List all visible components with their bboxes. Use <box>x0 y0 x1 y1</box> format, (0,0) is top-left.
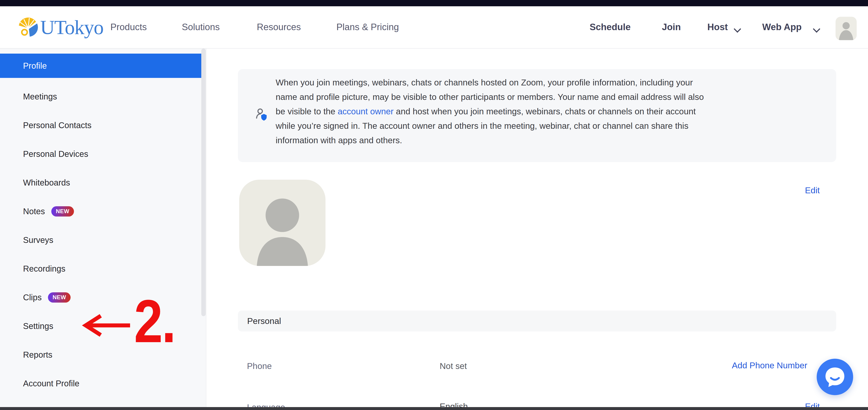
annotation-arrow-icon <box>80 313 130 338</box>
sidebar-item-recordings[interactable]: Recordings <box>0 254 202 283</box>
utokyo-logo[interactable]: UTokyo <box>18 15 103 40</box>
zoom-web-portal-profile-page: UTokyo Products Solutions Resources Plan… <box>0 0 868 410</box>
sidebar-item-label: Personal Devices <box>23 149 88 159</box>
notice-line-segment: be visible to the <box>276 106 338 116</box>
sidebar-scrollbar[interactable] <box>201 49 206 316</box>
chat-bubble-icon <box>817 359 853 395</box>
sidebar-item-personal-contacts[interactable]: Personal Contacts <box>0 111 202 140</box>
new-badge: NEW <box>51 206 74 217</box>
person-silhouette-icon <box>239 180 326 266</box>
sidebar-item-account-profile[interactable]: Account Profile <box>0 369 202 398</box>
notice-line: be visible to the account owner and host… <box>276 104 704 119</box>
sidebar-item-label: Personal Contacts <box>23 121 92 130</box>
profile-picture-placeholder[interactable] <box>239 180 326 266</box>
nav-link-host[interactable]: Host <box>707 22 728 32</box>
nav-link-web-app[interactable]: Web App <box>762 22 802 32</box>
sidebar-item-label: Settings <box>23 321 54 331</box>
notice-text: When you join meetings, webinars, chats … <box>276 75 704 148</box>
nav-link-resources[interactable]: Resources <box>257 22 301 32</box>
phone-value: Not set <box>440 361 467 371</box>
sidebar-item-label: Profile <box>23 61 47 70</box>
notice-line: When you join meetings, webinars, chats … <box>276 75 704 90</box>
notice-line: information with apps and others. <box>276 133 704 148</box>
account-owner-link[interactable]: account owner <box>338 106 394 116</box>
sidebar: Profile Meetings Personal Contacts Perso… <box>0 49 206 410</box>
person-shield-icon <box>255 108 267 122</box>
logo-text: UTokyo <box>40 16 103 39</box>
nav-link-schedule[interactable]: Schedule <box>590 22 631 32</box>
edit-profile-link[interactable]: Edit <box>805 186 820 195</box>
sidebar-item-profile[interactable]: Profile <box>0 54 202 78</box>
chevron-down-icon <box>813 25 820 33</box>
notice-line-segment: and host when you join meetings, webinar… <box>394 106 696 116</box>
add-phone-number-link[interactable]: Add Phone Number <box>732 360 807 371</box>
window-bottom-bar <box>0 407 868 410</box>
window-top-bar <box>0 0 868 6</box>
sidebar-item-label: Reports <box>23 350 52 359</box>
person-silhouette-icon <box>836 17 857 40</box>
utokyo-ginkgo-icon <box>18 17 38 38</box>
sidebar-item-label: Meetings <box>23 92 57 101</box>
nav-link-plans-pricing[interactable]: Plans & Pricing <box>336 22 399 32</box>
nav-link-join[interactable]: Join <box>662 22 681 32</box>
sidebar-menu: Profile Meetings Personal Contacts Perso… <box>0 49 206 398</box>
nav-link-solutions[interactable]: Solutions <box>182 22 220 32</box>
section-title: Personal <box>247 316 281 326</box>
account-avatar[interactable] <box>836 17 857 40</box>
sidebar-item-whiteboards[interactable]: Whiteboards <box>0 168 202 197</box>
annotation-step-number: 2. <box>134 291 175 351</box>
notice-line: name and profile picture, may be visible… <box>276 90 704 104</box>
new-badge: NEW <box>48 292 71 303</box>
sidebar-item-label: Notes <box>23 207 45 216</box>
sidebar-item-label: Surveys <box>23 235 54 245</box>
nav-link-products[interactable]: Products <box>111 22 147 32</box>
personal-section-header: Personal <box>238 311 836 332</box>
notice-line: while you’re signed in. The account owne… <box>276 119 704 133</box>
sidebar-item-label: Account Profile <box>23 379 80 388</box>
chat-launcher-button[interactable] <box>817 359 853 395</box>
site-header: UTokyo Products Solutions Resources Plan… <box>0 6 868 49</box>
sidebar-item-surveys[interactable]: Surveys <box>0 226 202 254</box>
sidebar-item-notes[interactable]: Notes NEW <box>0 197 202 226</box>
sidebar-item-label: Recordings <box>23 264 65 274</box>
chevron-down-icon <box>734 25 741 33</box>
sidebar-item-meetings[interactable]: Meetings <box>0 82 202 111</box>
sidebar-item-label: Clips <box>23 293 42 302</box>
sidebar-item-personal-devices[interactable]: Personal Devices <box>0 140 202 168</box>
phone-label: Phone <box>247 361 272 371</box>
sidebar-item-label: Whiteboards <box>23 178 70 187</box>
